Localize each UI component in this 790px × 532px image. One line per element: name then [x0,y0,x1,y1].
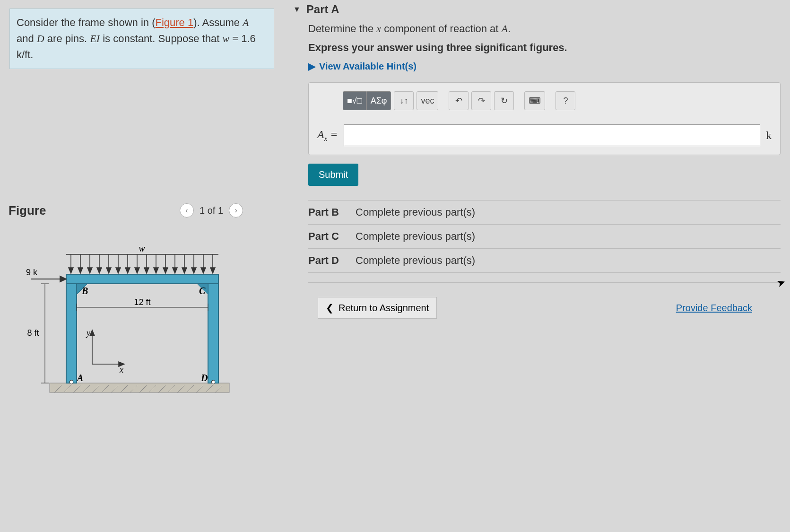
answer-input[interactable] [344,124,760,146]
svg-marker-48 [173,268,177,273]
svg-marker-52 [191,268,196,273]
part-d-label: Part D [308,254,346,267]
undo-button[interactable]: ↶ [449,91,469,110]
svg-marker-32 [97,268,102,273]
svg-text:D: D [200,373,208,383]
equation-toolbar: ■√□ ΑΣφ ↓↑ vec ↶ ↷ ↻ ⌨ ? [317,91,772,110]
view-hints-button[interactable]: ▶ View Available Hint(s) [308,61,781,72]
part-a-instruction: Express your answer using three signific… [308,42,781,54]
svg-marker-74 [90,330,95,336]
svg-marker-50 [182,268,187,273]
svg-text:x: x [119,365,123,375]
part-c-row: Part C Complete previous part(s) [308,224,781,248]
part-b-row: Part B Complete previous part(s) [308,200,781,224]
svg-marker-56 [210,268,215,273]
answer-lhs: Ax = [317,128,338,143]
caret-down-icon: ▼ [293,5,301,14]
answer-unit: k [766,129,772,142]
prev-figure-button[interactable]: ‹ [180,203,194,218]
part-d-row: Part D Complete previous part(s) [308,248,781,273]
figure-heading: Figure [9,203,46,218]
greek-button[interactable]: ΑΣφ [366,91,391,110]
help-button[interactable]: ? [556,91,575,110]
svg-marker-38 [125,268,130,273]
part-c-label: Part C [308,230,346,243]
vector-button[interactable]: vec [417,91,438,110]
part-a-header[interactable]: ▼ Part A [284,0,790,23]
keyboard-button[interactable]: ⌨ [524,91,545,110]
templates-button[interactable]: ■√□ [343,91,366,110]
svg-text:12 ft: 12 ft [134,297,150,307]
figure-counter: 1 of 1 [200,205,223,216]
reset-button[interactable]: ↻ [494,91,514,110]
svg-text:C: C [199,286,206,296]
svg-marker-42 [144,268,149,273]
figure-link[interactable]: Figure 1 [155,17,193,28]
answer-box: ■√□ ΑΣφ ↓↑ vec ↶ ↷ ↻ ⌨ ? Ax = k [308,82,781,155]
svg-marker-46 [163,268,168,273]
svg-marker-44 [154,268,158,273]
text: Consider the frame shown in ( [17,17,155,28]
svg-marker-59 [60,276,66,282]
svg-marker-28 [78,268,83,273]
part-a-title: Part A [306,3,339,16]
next-figure-button[interactable]: › [229,203,243,218]
svg-rect-20 [208,281,218,383]
svg-rect-21 [66,274,218,284]
svg-text:9 k: 9 k [26,268,38,277]
return-button[interactable]: ❮ Return to Assignment [318,297,437,319]
svg-text:w: w [139,243,145,253]
svg-text:8 ft: 8 ft [27,328,39,338]
svg-point-80 [211,380,215,384]
svg-rect-0 [50,383,229,392]
svg-marker-34 [106,268,111,273]
svg-text:A: A [76,373,83,383]
part-d-msg: Complete previous part(s) [356,254,475,267]
figure-nav: ‹ 1 of 1 › [180,203,243,218]
svg-text:y: y [86,328,90,338]
figure-diagram: w 9 k B C A D 12 ft [21,241,243,397]
svg-marker-26 [69,268,73,273]
part-a-prompt: Determine the x component of reaction at… [308,23,781,35]
problem-statement: Consider the frame shown in (Figure 1). … [9,9,274,69]
svg-marker-36 [116,268,121,273]
svg-rect-19 [66,281,77,383]
submit-button[interactable]: Submit [308,164,358,186]
svg-point-79 [69,380,73,384]
svg-marker-30 [87,268,92,273]
svg-marker-40 [135,268,139,273]
part-b-msg: Complete previous part(s) [356,206,475,218]
scripts-button[interactable]: ↓↑ [394,91,414,110]
part-c-msg: Complete previous part(s) [356,230,475,243]
caret-right-icon: ▶ [308,61,315,72]
chevron-left-icon: ❮ [326,302,334,314]
part-b-label: Part B [308,206,346,218]
redo-button[interactable]: ↷ [471,91,491,110]
svg-text:B: B [81,286,88,296]
provide-feedback-link[interactable]: Provide Feedback [676,303,752,314]
svg-marker-54 [201,268,206,273]
